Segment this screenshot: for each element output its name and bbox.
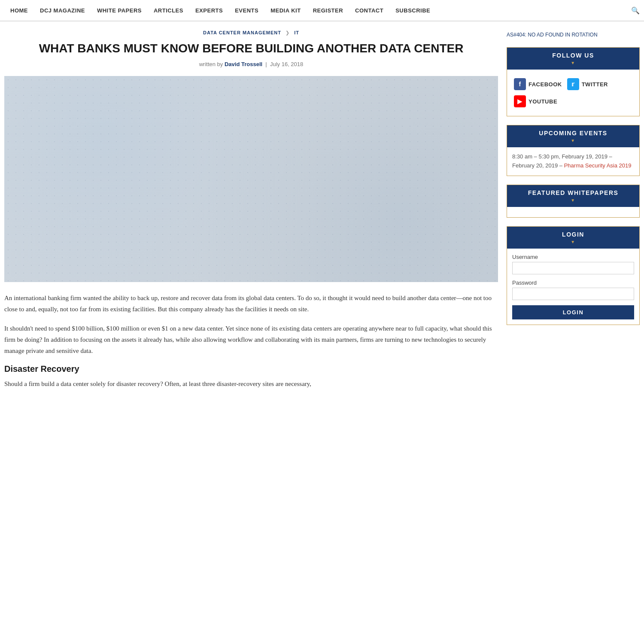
twitter-label: TWITTER [582, 81, 608, 88]
facebook-icon: f [514, 78, 526, 90]
password-label: Password [512, 279, 634, 286]
follow-us-body: f FACEBOOK 𝕣 TWITTER ▶ YOUTUBE [507, 70, 639, 116]
event-item: 8:30 am – 5:30 pm, February 19, 2019 – F… [512, 152, 634, 170]
article-body: An international banking firm wanted the… [4, 292, 498, 390]
social-links: f FACEBOOK 𝕣 TWITTER ▶ YOUTUBE [512, 75, 634, 111]
follow-us-heading: FOLLOW US [507, 48, 639, 70]
login-section: LOGIN Username Password LOGIN [507, 226, 640, 325]
nav-subscribe[interactable]: SUBSCRIBE [389, 7, 436, 14]
breadcrumb: DATA CENTER MANAGEMENT ❯ IT [4, 30, 498, 36]
breadcrumb-category[interactable]: DATA CENTER MANAGEMENT [203, 30, 281, 35]
page-wrapper: DATA CENTER MANAGEMENT ❯ IT WHAT BANKS M… [0, 21, 644, 398]
sidebar: AS#404: NO AD FOUND IN ROTATION FOLLOW U… [507, 30, 640, 390]
search-icon[interactable]: 🔍 [631, 6, 640, 15]
author-link[interactable]: David Trossell [225, 61, 262, 67]
facebook-link[interactable]: f FACEBOOK [514, 78, 562, 90]
nav-white-papers[interactable]: WHITE PAPERS [91, 7, 148, 14]
featured-whitepapers-section: FEATURED WHITEPAPERS [507, 185, 640, 218]
login-form: Username Password LOGIN [512, 254, 634, 319]
body-paragraph-1: An international banking firm wanted the… [4, 292, 498, 315]
nav-dcj-magazine[interactable]: DCJ MAGAZINE [34, 7, 91, 14]
upcoming-events-heading: UPCOMING EVENTS [507, 125, 639, 147]
nav-media-kit[interactable]: MEDIA KIT [264, 7, 307, 14]
event-link[interactable]: Pharma Security Asia 2019 [564, 162, 632, 169]
breadcrumb-sub[interactable]: IT [294, 30, 299, 35]
body-paragraph-3: Should a firm build a data center solely… [4, 378, 498, 389]
login-heading: LOGIN [507, 227, 639, 249]
featured-whitepapers-body [507, 207, 639, 217]
featured-whitepapers-heading: FEATURED WHITEPAPERS [507, 185, 639, 207]
login-button[interactable]: LOGIN [512, 305, 634, 319]
section-heading-disaster-recovery: Disaster Recovery [4, 364, 498, 374]
main-content: DATA CENTER MANAGEMENT ❯ IT WHAT BANKS M… [4, 30, 498, 390]
upcoming-events-body: 8:30 am – 5:30 pm, February 19, 2019 – F… [507, 147, 639, 176]
youtube-label: YOUTUBE [529, 98, 557, 105]
login-body: Username Password LOGIN [507, 249, 639, 325]
follow-us-section: FOLLOW US f FACEBOOK 𝕣 TWITTER ▶ YOUTUBE [507, 47, 640, 116]
nav-experts[interactable]: EXPERTS [189, 7, 229, 14]
article-image [4, 76, 498, 282]
upcoming-events-section: UPCOMING EVENTS 8:30 am – 5:30 pm, Febru… [507, 125, 640, 176]
password-input[interactable] [512, 288, 634, 300]
nav-events[interactable]: EVENTS [229, 7, 264, 14]
twitter-link[interactable]: 𝕣 TWITTER [567, 78, 608, 90]
byline: written by David Trossell | July 16, 201… [4, 61, 498, 67]
twitter-icon: 𝕣 [567, 78, 579, 90]
article-title: WHAT BANKS MUST KNOW BEFORE BUILDING ANO… [4, 41, 498, 56]
username-input[interactable] [512, 262, 634, 274]
byline-sep: | [264, 61, 270, 67]
facebook-label: FACEBOOK [529, 81, 562, 88]
breadcrumb-sep: ❯ [286, 30, 290, 35]
body-paragraph-2: It shouldn't need to spend $100 billion,… [4, 323, 498, 357]
username-label: Username [512, 254, 634, 260]
youtube-link[interactable]: ▶ YOUTUBE [514, 95, 557, 107]
article-date: July 16, 2018 [270, 61, 303, 67]
ad-notice: AS#404: NO AD FOUND IN ROTATION [507, 30, 640, 39]
nav-home[interactable]: HOME [4, 7, 34, 14]
byline-prefix: written by [199, 61, 223, 67]
nav-register[interactable]: REGISTER [307, 7, 349, 14]
main-nav: HOME DCJ MAGAZINE WHITE PAPERS ARTICLES … [0, 0, 644, 21]
nav-contact[interactable]: CONTACT [349, 7, 389, 14]
nav-articles[interactable]: ARTICLES [148, 7, 189, 14]
youtube-icon: ▶ [514, 95, 526, 107]
